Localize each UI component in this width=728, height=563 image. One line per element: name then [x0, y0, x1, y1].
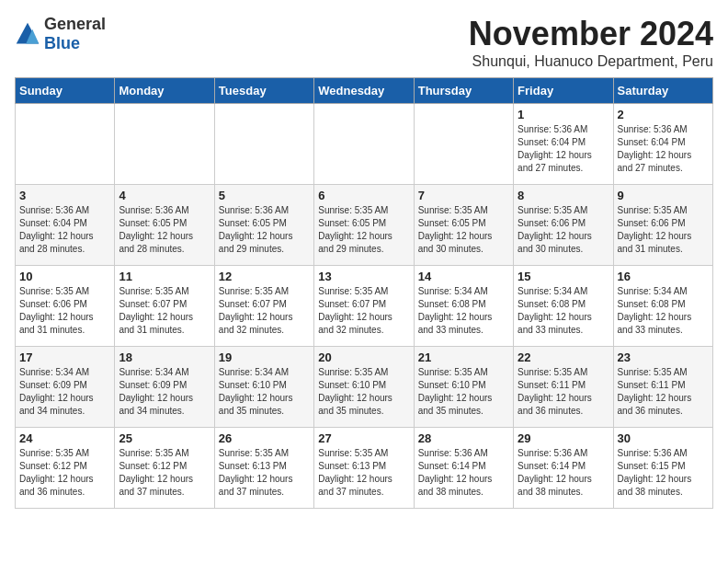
- calendar-day-cell: 13Sunrise: 5:35 AM Sunset: 6:07 PM Dayli…: [314, 266, 414, 347]
- logo-text-blue: Blue: [44, 34, 80, 52]
- calendar-day-cell: 25Sunrise: 5:35 AM Sunset: 6:12 PM Dayli…: [115, 428, 214, 509]
- weekday-header-cell: Friday: [514, 78, 613, 104]
- weekday-header-cell: Tuesday: [214, 78, 313, 104]
- calendar-week-row: 1Sunrise: 5:36 AM Sunset: 6:04 PM Daylig…: [16, 104, 713, 185]
- calendar-day-cell: 7Sunrise: 5:35 AM Sunset: 6:05 PM Daylig…: [414, 185, 513, 266]
- calendar-day-cell: 29Sunrise: 5:36 AM Sunset: 6:14 PM Dayli…: [514, 428, 613, 509]
- calendar-day-cell: 26Sunrise: 5:35 AM Sunset: 6:13 PM Dayli…: [214, 428, 313, 509]
- day-number: 23: [618, 350, 709, 364]
- location-title: Shunqui, Huanuco Department, Peru: [469, 53, 713, 70]
- calendar-day-cell: 4Sunrise: 5:36 AM Sunset: 6:05 PM Daylig…: [115, 185, 214, 266]
- day-info: Sunrise: 5:36 AM Sunset: 6:15 PM Dayligh…: [618, 447, 709, 499]
- day-info: Sunrise: 5:35 AM Sunset: 6:13 PM Dayligh…: [318, 447, 409, 499]
- calendar-day-cell: 30Sunrise: 5:36 AM Sunset: 6:15 PM Dayli…: [613, 428, 712, 509]
- day-info: Sunrise: 5:36 AM Sunset: 6:05 PM Dayligh…: [119, 204, 210, 256]
- day-info: Sunrise: 5:34 AM Sunset: 6:09 PM Dayligh…: [19, 366, 110, 418]
- calendar-day-cell: 2Sunrise: 5:36 AM Sunset: 6:04 PM Daylig…: [613, 104, 712, 185]
- day-number: 13: [318, 270, 409, 283]
- day-info: Sunrise: 5:35 AM Sunset: 6:07 PM Dayligh…: [318, 285, 409, 337]
- day-number: 25: [119, 431, 210, 445]
- day-info: Sunrise: 5:34 AM Sunset: 6:08 PM Dayligh…: [618, 285, 709, 337]
- day-info: Sunrise: 5:35 AM Sunset: 6:12 PM Dayligh…: [19, 447, 110, 499]
- day-number: 5: [219, 189, 310, 202]
- calendar-week-row: 10Sunrise: 5:35 AM Sunset: 6:06 PM Dayli…: [16, 266, 713, 347]
- calendar-day-cell: [214, 104, 313, 185]
- day-info: Sunrise: 5:36 AM Sunset: 6:14 PM Dayligh…: [418, 447, 509, 499]
- day-number: 24: [19, 431, 110, 445]
- logo: General Blue: [15, 15, 106, 53]
- day-info: Sunrise: 5:35 AM Sunset: 6:11 PM Dayligh…: [618, 366, 709, 418]
- day-info: Sunrise: 5:34 AM Sunset: 6:09 PM Dayligh…: [119, 366, 210, 418]
- calendar-day-cell: 27Sunrise: 5:35 AM Sunset: 6:13 PM Dayli…: [314, 428, 414, 509]
- day-number: 27: [318, 431, 409, 445]
- day-info: Sunrise: 5:35 AM Sunset: 6:05 PM Dayligh…: [318, 204, 409, 256]
- calendar-day-cell: 20Sunrise: 5:35 AM Sunset: 6:10 PM Dayli…: [314, 347, 414, 428]
- day-number: 3: [19, 189, 110, 202]
- calendar-day-cell: 19Sunrise: 5:34 AM Sunset: 6:10 PM Dayli…: [214, 347, 313, 428]
- day-info: Sunrise: 5:34 AM Sunset: 6:10 PM Dayligh…: [219, 366, 310, 418]
- calendar-day-cell: 5Sunrise: 5:36 AM Sunset: 6:05 PM Daylig…: [214, 185, 313, 266]
- day-number: 20: [318, 350, 409, 364]
- day-number: 10: [19, 270, 110, 283]
- calendar-week-row: 17Sunrise: 5:34 AM Sunset: 6:09 PM Dayli…: [16, 347, 713, 428]
- calendar-day-cell: 15Sunrise: 5:34 AM Sunset: 6:08 PM Dayli…: [514, 266, 613, 347]
- calendar-day-cell: 1Sunrise: 5:36 AM Sunset: 6:04 PM Daylig…: [514, 104, 613, 185]
- day-number: 22: [518, 350, 609, 364]
- day-info: Sunrise: 5:35 AM Sunset: 6:06 PM Dayligh…: [19, 285, 110, 337]
- day-number: 17: [19, 350, 110, 364]
- day-info: Sunrise: 5:36 AM Sunset: 6:14 PM Dayligh…: [518, 447, 609, 499]
- day-info: Sunrise: 5:36 AM Sunset: 6:04 PM Dayligh…: [19, 204, 110, 256]
- day-info: Sunrise: 5:34 AM Sunset: 6:08 PM Dayligh…: [518, 285, 609, 337]
- day-number: 18: [119, 350, 210, 364]
- calendar-day-cell: [314, 104, 414, 185]
- logo-icon: [15, 21, 40, 47]
- calendar-week-row: 3Sunrise: 5:36 AM Sunset: 6:04 PM Daylig…: [16, 185, 713, 266]
- day-info: Sunrise: 5:35 AM Sunset: 6:10 PM Dayligh…: [318, 366, 409, 418]
- day-number: 6: [318, 189, 409, 202]
- weekday-header-cell: Monday: [115, 78, 214, 104]
- calendar-day-cell: 12Sunrise: 5:35 AM Sunset: 6:07 PM Dayli…: [214, 266, 313, 347]
- day-number: 7: [418, 189, 509, 202]
- calendar-day-cell: 16Sunrise: 5:34 AM Sunset: 6:08 PM Dayli…: [613, 266, 712, 347]
- day-number: 12: [219, 270, 310, 283]
- weekday-header-cell: Saturday: [613, 78, 712, 104]
- weekday-header-row: SundayMondayTuesdayWednesdayThursdayFrid…: [16, 78, 713, 104]
- day-info: Sunrise: 5:35 AM Sunset: 6:11 PM Dayligh…: [518, 366, 609, 418]
- day-number: 14: [418, 270, 509, 283]
- day-number: 4: [119, 189, 210, 202]
- calendar-day-cell: 24Sunrise: 5:35 AM Sunset: 6:12 PM Dayli…: [16, 428, 115, 509]
- day-number: 16: [618, 270, 709, 283]
- calendar-day-cell: 6Sunrise: 5:35 AM Sunset: 6:05 PM Daylig…: [314, 185, 414, 266]
- day-number: 29: [518, 431, 609, 445]
- page-header: General Blue November 2024 Shunqui, Huan…: [15, 15, 713, 70]
- calendar-day-cell: 23Sunrise: 5:35 AM Sunset: 6:11 PM Dayli…: [613, 347, 712, 428]
- day-number: 15: [518, 270, 609, 283]
- day-number: 2: [618, 108, 709, 121]
- calendar-body: 1Sunrise: 5:36 AM Sunset: 6:04 PM Daylig…: [16, 104, 713, 509]
- month-title: November 2024: [469, 15, 713, 53]
- calendar-day-cell: 21Sunrise: 5:35 AM Sunset: 6:10 PM Dayli…: [414, 347, 513, 428]
- day-number: 11: [119, 270, 210, 283]
- day-number: 30: [618, 431, 709, 445]
- weekday-header-cell: Thursday: [414, 78, 513, 104]
- calendar-day-cell: 28Sunrise: 5:36 AM Sunset: 6:14 PM Dayli…: [414, 428, 513, 509]
- calendar-day-cell: [115, 104, 214, 185]
- day-info: Sunrise: 5:36 AM Sunset: 6:04 PM Dayligh…: [618, 123, 709, 175]
- day-info: Sunrise: 5:36 AM Sunset: 6:04 PM Dayligh…: [518, 123, 609, 175]
- day-info: Sunrise: 5:35 AM Sunset: 6:12 PM Dayligh…: [119, 447, 210, 499]
- calendar-day-cell: 11Sunrise: 5:35 AM Sunset: 6:07 PM Dayli…: [115, 266, 214, 347]
- day-number: 28: [418, 431, 509, 445]
- day-number: 21: [418, 350, 509, 364]
- day-info: Sunrise: 5:36 AM Sunset: 6:05 PM Dayligh…: [219, 204, 310, 256]
- calendar-day-cell: 14Sunrise: 5:34 AM Sunset: 6:08 PM Dayli…: [414, 266, 513, 347]
- calendar-day-cell: 18Sunrise: 5:34 AM Sunset: 6:09 PM Dayli…: [115, 347, 214, 428]
- calendar-day-cell: 10Sunrise: 5:35 AM Sunset: 6:06 PM Dayli…: [16, 266, 115, 347]
- title-block: November 2024 Shunqui, Huanuco Departmen…: [469, 15, 713, 70]
- day-number: 8: [518, 189, 609, 202]
- day-info: Sunrise: 5:35 AM Sunset: 6:06 PM Dayligh…: [518, 204, 609, 256]
- day-number: 19: [219, 350, 310, 364]
- day-info: Sunrise: 5:35 AM Sunset: 6:06 PM Dayligh…: [618, 204, 709, 256]
- day-number: 9: [618, 189, 709, 202]
- calendar-day-cell: 9Sunrise: 5:35 AM Sunset: 6:06 PM Daylig…: [613, 185, 712, 266]
- day-info: Sunrise: 5:35 AM Sunset: 6:07 PM Dayligh…: [219, 285, 310, 337]
